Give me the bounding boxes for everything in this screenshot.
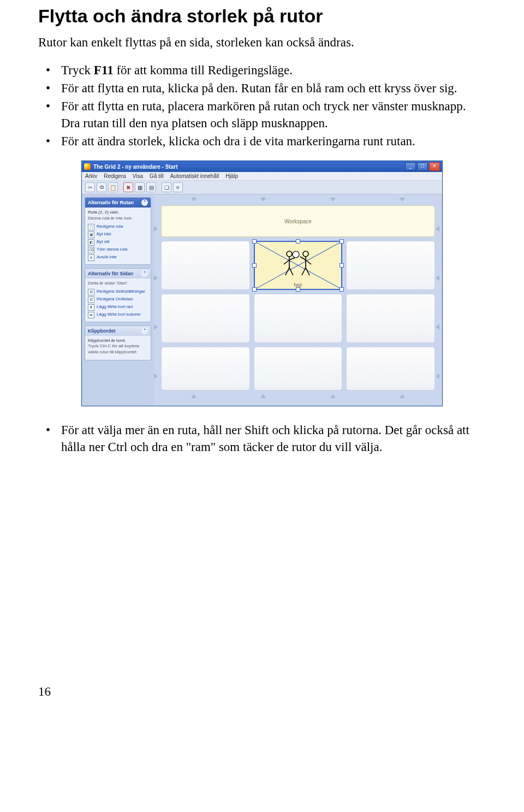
chevron-down-icon: [260, 198, 266, 201]
resize-handle[interactable]: [252, 239, 257, 244]
workspace-header-cell[interactable]: Workspace: [161, 205, 435, 237]
svg-line-12: [302, 268, 306, 275]
toolbar-grid-icon[interactable]: ▦: [135, 182, 145, 192]
chevron-right-icon: [154, 226, 158, 232]
resize-handle[interactable]: [340, 239, 344, 244]
menu-item[interactable]: Redigera: [104, 173, 126, 179]
svg-line-6: [285, 268, 289, 275]
noscan-icon: ⊘: [88, 254, 94, 261]
sidebar-link[interactable]: ⬍Lägg till/ta bort rad: [88, 304, 148, 311]
sidebar-link[interactable]: ◧Byt stil: [88, 239, 148, 246]
panel-text: Klippbordet är tomt.: [88, 338, 148, 344]
svg-line-13: [306, 268, 309, 275]
svg-line-7: [289, 268, 293, 275]
panel-text: Detta är sidan 'Start'.: [88, 281, 148, 287]
row-icon: ⬍: [88, 304, 94, 311]
screenshot-app-window: The Grid 2 - ny användare - Start _ □ ✕ …: [81, 161, 443, 406]
style-icon: ◧: [88, 239, 94, 246]
toolbar-separator: [158, 182, 160, 191]
chevron-up-icon: [400, 394, 405, 398]
grid-cell[interactable]: [161, 347, 250, 390]
app-icon: [84, 163, 91, 170]
grid-cell[interactable]: [346, 294, 435, 343]
page-title: Flytta och ändra storlek på rutor: [38, 5, 486, 27]
sidebar-link[interactable]: ⬌Lägg till/ta bort kolumn: [88, 312, 148, 318]
panel-page-options: Alternativ för Sidan ˄ Detta är sidan 'S…: [85, 268, 151, 322]
toolbar-fill-icon[interactable]: ≡: [173, 182, 183, 192]
panel-clipboard: Klippbordet ˄ Klippbordet är tomt. Tryck…: [85, 325, 151, 360]
edit-icon: ▢: [88, 224, 94, 230]
clear-icon: ⌫: [88, 247, 94, 253]
bullet-list-bottom: För att välja mer än en ruta, håll ner S…: [38, 422, 486, 455]
scroll-arrows-right[interactable]: [436, 204, 442, 401]
chevron-right-icon: [154, 374, 158, 379]
scroll-arrows-bottom[interactable]: [159, 394, 437, 401]
cell-image-stickfigures: [278, 249, 318, 278]
maximize-button[interactable]: □: [417, 162, 428, 171]
sidebar-link[interactable]: ☰Redigera Ordlistan: [88, 297, 148, 303]
sidebar-link[interactable]: ▣Byt bild: [88, 232, 148, 238]
chevron-up-icon[interactable]: ˄: [141, 270, 148, 277]
sidebar-link[interactable]: ⊘Avsök inte: [88, 254, 148, 261]
sidebar-link[interactable]: ▢Redigera ruta: [88, 224, 148, 230]
toolbar-delete-icon[interactable]: ✖: [123, 182, 133, 192]
chevron-left-icon: [436, 324, 439, 330]
chevron-down-icon: [191, 198, 196, 201]
chevron-up-icon[interactable]: ˄: [141, 199, 148, 206]
menu-item[interactable]: Arkiv: [85, 173, 97, 179]
sidebar-link[interactable]: ⌫Töm denna ruta: [88, 247, 148, 253]
grid-cell[interactable]: [254, 294, 343, 343]
resize-handle[interactable]: [296, 287, 300, 292]
panel-subtext: Denna ruta är inte tom.: [88, 216, 148, 222]
panel-cell-options: Alternativ för Rutan ˄ Ruta (2, 2) vald.…: [85, 197, 151, 265]
page-number: 16: [38, 685, 486, 699]
resize-handle[interactable]: [340, 263, 344, 268]
scroll-arrows-top[interactable]: [159, 198, 437, 204]
menu-item[interactable]: Gå till: [150, 173, 164, 179]
minimize-button[interactable]: _: [405, 162, 416, 171]
resize-handle[interactable]: [340, 287, 344, 292]
toolbar-paste-icon[interactable]: 📋: [108, 182, 118, 192]
grid-cell[interactable]: [161, 294, 250, 343]
col-icon: ⬌: [88, 312, 94, 318]
resize-handle[interactable]: [252, 287, 257, 292]
scroll-arrows-left[interactable]: [154, 204, 160, 401]
panel-title: Klippbordet: [88, 328, 116, 334]
text: Tryck: [61, 63, 94, 77]
toolbar-border-icon[interactable]: ❏: [162, 182, 171, 192]
svg-line-10: [300, 257, 306, 260]
toolbar-grid2-icon[interactable]: ▤: [146, 182, 156, 192]
chevron-up-icon: [260, 394, 266, 398]
grid-cell[interactable]: [346, 347, 435, 390]
menu-item[interactable]: Automatiskt innehåll: [170, 173, 219, 179]
chevron-down-icon: [400, 198, 405, 201]
sidebar-link[interactable]: ⚙Redigera Sidinställningar: [88, 289, 148, 295]
panel-text: Ruta (2, 2) vald.: [88, 210, 148, 216]
sidebar: Alternativ för Rutan ˄ Ruta (2, 2) vald.…: [82, 194, 154, 406]
menu-item[interactable]: Visa: [133, 173, 143, 179]
workspace: Workspace: [154, 194, 442, 406]
grid-cell[interactable]: [254, 347, 343, 390]
toolbar: ✂ ⧉ 📋 ✖ ▦ ▤ ❏ ≡: [82, 181, 442, 194]
toolbar-separator: [120, 182, 122, 191]
grid-cell[interactable]: [161, 241, 250, 290]
resize-handle[interactable]: [296, 239, 300, 244]
workspace-label: Workspace: [284, 218, 312, 224]
svg-line-5: [289, 258, 295, 260]
chevron-down-icon: [330, 198, 336, 201]
resize-handle[interactable]: [252, 263, 257, 268]
toolbar-cut-icon[interactable]: ✂: [85, 182, 95, 192]
menu-item[interactable]: Hjälp: [225, 173, 238, 179]
svg-point-14: [293, 251, 299, 258]
chevron-up-icon[interactable]: ˄: [141, 328, 148, 334]
chevron-right-icon: [154, 275, 158, 281]
toolbar-copy-icon[interactable]: ⧉: [97, 182, 106, 192]
chevron-left-icon: [436, 275, 439, 281]
text: för att komma till Redigeringsläge.: [114, 63, 293, 77]
wordlist-icon: ☰: [88, 297, 94, 303]
grid-cell[interactable]: [346, 241, 435, 290]
bullet-item: För att flytta en ruta, placera markören…: [38, 98, 486, 132]
close-button[interactable]: ✕: [429, 162, 440, 171]
svg-point-2: [287, 251, 292, 257]
grid-cell-selected[interactable]: hej!: [254, 241, 343, 290]
